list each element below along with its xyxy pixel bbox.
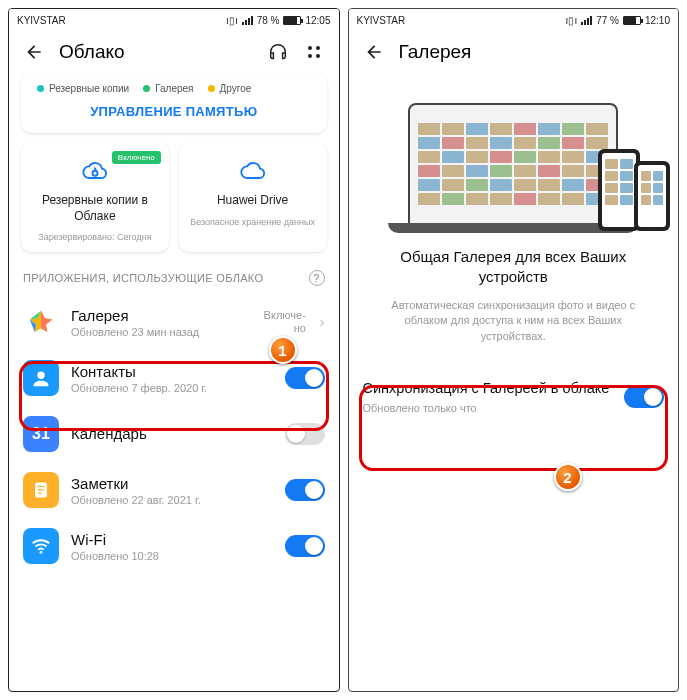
tile-huawei-drive[interactable]: Huawei Drive Безопасное хранение данных: [179, 143, 327, 252]
wifi-app-icon: [23, 528, 59, 564]
contacts-toggle[interactable]: [285, 367, 325, 389]
contacts-app-icon: [23, 360, 59, 396]
tile-backup-foot: Зарезервировано: Сегодня: [31, 232, 159, 242]
sync-row[interactable]: Синхронизация с Галереей в облаке Обновл…: [363, 365, 665, 428]
app-row-notes[interactable]: Заметки Обновлено 22 авг. 2021 г.: [9, 462, 339, 518]
page-title: Облако: [59, 41, 253, 63]
chevron-right-icon: ›: [320, 314, 325, 330]
vibrate-icon: ı▯ı: [566, 15, 578, 26]
hero-title: Общая Галерея для всех Ваших устройств: [377, 247, 651, 288]
wifi-toggle[interactable]: [285, 535, 325, 557]
manage-storage-link[interactable]: УПРАВЛЕНИЕ ПАМЯТЬЮ: [33, 104, 315, 119]
tile-drive-label: Huawei Drive: [189, 193, 317, 209]
tile-drive-foot: Безопасное хранение данных: [189, 217, 317, 227]
signal-icon: [581, 16, 592, 25]
gallery-state: Включе- но: [264, 309, 306, 335]
section-apps-header: ПРИЛОЖЕНИЯ, ИСПОЛЬЗУЮЩИЕ ОБЛАКО ?: [23, 270, 325, 286]
support-icon[interactable]: [267, 41, 289, 63]
svg-rect-3: [38, 486, 45, 487]
phone-graphic-2: [634, 161, 670, 231]
menu-dots-icon[interactable]: [303, 41, 325, 63]
status-bar: KYIVSTAR ı▯ı 77 % 12:10: [349, 9, 679, 31]
svg-point-6: [40, 551, 43, 554]
hero-subtitle: Автоматическая синхронизация фото и виде…: [373, 298, 655, 346]
tile-backup-label: Резервные копии в Облаке: [31, 193, 159, 224]
back-icon[interactable]: [363, 41, 385, 63]
phone-right: KYIVSTAR ı▯ı 77 % 12:10 Галерея: [348, 8, 680, 692]
battery-icon: [623, 16, 641, 25]
calendar-title: Календарь: [71, 425, 273, 442]
svg-rect-5: [38, 493, 42, 494]
battery-pct: 77 %: [596, 15, 619, 26]
gallery-title: Галерея: [71, 307, 252, 324]
page-title: Галерея: [399, 41, 665, 63]
svg-point-0: [92, 171, 97, 176]
callout-badge-1: 1: [269, 336, 297, 364]
legend-a: Резервные копии: [49, 83, 129, 94]
notes-toggle[interactable]: [285, 479, 325, 501]
tile-cloud-backup[interactable]: Включено Резервные копии в Облаке Зарезе…: [21, 143, 169, 252]
contacts-title: Контакты: [71, 363, 273, 380]
enabled-badge: Включено: [112, 151, 161, 164]
signal-icon: [242, 16, 253, 25]
wifi-title: Wi-Fi: [71, 531, 273, 548]
legend-b: Галерея: [155, 83, 193, 94]
svg-point-1: [37, 372, 44, 379]
app-bar: Галерея: [349, 31, 679, 69]
notes-app-icon: [23, 472, 59, 508]
contacts-sub: Обновлено 7 февр. 2020 г.: [71, 382, 273, 394]
legend-c: Другое: [220, 83, 252, 94]
app-bar: Облако: [9, 31, 339, 69]
storage-legend: Резервные копии Галерея Другое: [33, 83, 315, 94]
battery-icon: [283, 16, 301, 25]
carrier-label: KYIVSTAR: [17, 15, 66, 26]
status-bar: KYIVSTAR ı▯ı 78 % 12:05: [9, 9, 339, 31]
sync-sub: Обновлено только что: [363, 402, 615, 414]
calendar-toggle[interactable]: [285, 423, 325, 445]
app-row-calendar[interactable]: 31 Календарь: [9, 406, 339, 462]
gallery-sub: Обновлено 23 мин назад: [71, 326, 252, 338]
clock: 12:05: [305, 15, 330, 26]
sync-toggle[interactable]: [624, 386, 664, 408]
hero-illustration: [359, 73, 669, 233]
back-icon[interactable]: [23, 41, 45, 63]
callout-badge-2: 2: [554, 463, 582, 491]
app-row-wifi[interactable]: Wi-Fi Обновлено 10:28: [9, 518, 339, 574]
sync-title: Синхронизация с Галереей в облаке: [363, 379, 615, 398]
notes-sub: Обновлено 22 авг. 2021 г.: [71, 494, 273, 506]
cloud-drive-icon: [239, 157, 267, 185]
laptop-graphic: [408, 103, 618, 233]
wifi-sub: Обновлено 10:28: [71, 550, 273, 562]
section-apps-title: ПРИЛОЖЕНИЯ, ИСПОЛЬЗУЮЩИЕ ОБЛАКО: [23, 272, 263, 284]
cloud-backup-icon: [81, 157, 109, 185]
help-icon[interactable]: ?: [309, 270, 325, 286]
storage-card[interactable]: Резервные копии Галерея Другое УПРАВЛЕНИ…: [21, 73, 327, 133]
svg-rect-4: [38, 489, 45, 490]
carrier-label: KYIVSTAR: [357, 15, 406, 26]
gallery-app-icon: [23, 304, 59, 340]
clock: 12:10: [645, 15, 670, 26]
calendar-app-icon: 31: [23, 416, 59, 452]
phone-left: KYIVSTAR ı▯ı 78 % 12:05 Облако Резервные…: [8, 8, 340, 692]
vibrate-icon: ı▯ı: [226, 15, 238, 26]
battery-pct: 78 %: [257, 15, 280, 26]
notes-title: Заметки: [71, 475, 273, 492]
